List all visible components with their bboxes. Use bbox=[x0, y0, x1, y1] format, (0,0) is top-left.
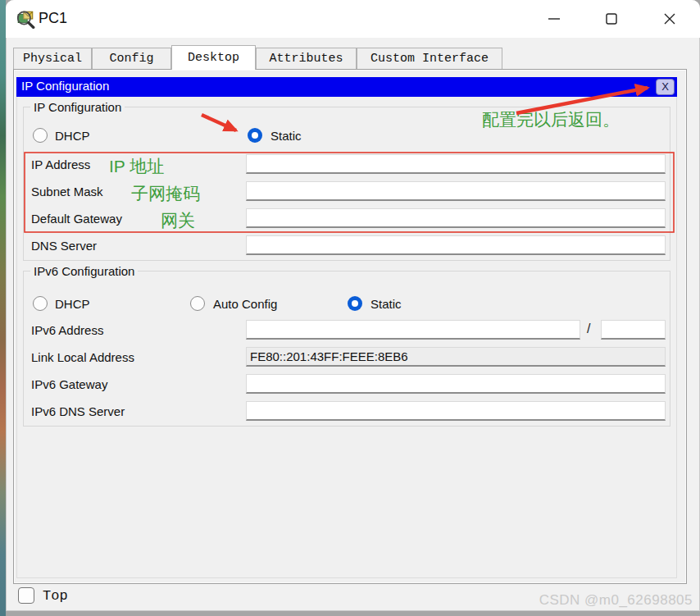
ipv4-dhcp-label: DHCP bbox=[55, 129, 90, 143]
desktop-wallpaper-strip bbox=[0, 0, 6, 616]
subnet-mask-input[interactable] bbox=[246, 181, 666, 201]
annotation-gateway-cn: 网关 bbox=[161, 209, 195, 232]
subnet-mask-label: Subnet Mask bbox=[31, 185, 103, 198]
tab-label: Physical bbox=[23, 52, 82, 66]
ipv6-static-label: Static bbox=[370, 297, 402, 311]
ipv6-dhcp-label: DHCP bbox=[55, 297, 90, 311]
ip-address-input[interactable] bbox=[246, 154, 666, 174]
ipv6-prefix-input[interactable] bbox=[601, 320, 666, 340]
ip-address-label: IP Address bbox=[31, 157, 90, 171]
minimize-button[interactable] bbox=[542, 7, 566, 30]
ipv6-dns-server-label: IPv6 DNS Server bbox=[31, 404, 125, 418]
link-local-address-input[interactable] bbox=[246, 347, 666, 367]
tab-label: Attributes bbox=[269, 52, 343, 66]
default-gateway-input[interactable] bbox=[246, 208, 666, 228]
dialog-title: IP Configuration bbox=[21, 79, 109, 93]
watermark-text: CSDN @m0_62698805 bbox=[539, 592, 693, 609]
link-local-address-label: Link Local Address bbox=[31, 350, 134, 364]
maximize-button[interactable] bbox=[599, 7, 624, 30]
app-icon bbox=[16, 9, 35, 29]
tab-label: Config bbox=[109, 52, 153, 66]
dns-server-input[interactable] bbox=[246, 235, 666, 255]
tab-config[interactable]: Config bbox=[92, 48, 171, 69]
tab-desktop[interactable]: Desktop bbox=[171, 45, 256, 70]
ipv6-address-label: IPv6 Address bbox=[31, 323, 103, 337]
ipv4-static-radio[interactable] bbox=[248, 128, 262, 143]
tab-label: Custom Interface bbox=[370, 52, 489, 66]
pc1-window: PC1 Physical Config Desktop Attributes C… bbox=[6, 0, 700, 611]
tab-custom-interface[interactable]: Custom Interface bbox=[357, 48, 502, 69]
ipv6-dhcp-radio[interactable] bbox=[33, 296, 48, 311]
ipv6-prefix-separator: / bbox=[587, 322, 590, 336]
top-checkbox-label: Top bbox=[43, 588, 68, 604]
ipv6-auto-config-label: Auto Config bbox=[213, 297, 277, 311]
window-title: PC1 bbox=[39, 10, 67, 27]
screenshot-root: PC1 Physical Config Desktop Attributes C… bbox=[0, 0, 700, 616]
ipv6-address-input[interactable] bbox=[246, 320, 580, 340]
ipv6-gateway-label: IPv6 Gateway bbox=[31, 377, 107, 391]
close-button[interactable] bbox=[657, 7, 682, 30]
dns-server-label: DNS Server bbox=[31, 239, 97, 253]
tab-physical[interactable]: Physical bbox=[13, 48, 92, 69]
window-titlebar[interactable]: PC1 bbox=[6, 0, 700, 38]
ipv4-static-label: Static bbox=[270, 129, 302, 143]
dialog-close-button[interactable]: X bbox=[656, 79, 675, 95]
ipv6-auto-config-radio[interactable] bbox=[190, 296, 205, 311]
top-checkbox[interactable] bbox=[18, 587, 34, 604]
ipv4-group-label: IP Configuration bbox=[30, 100, 125, 114]
tab-attributes[interactable]: Attributes bbox=[256, 48, 357, 69]
default-gateway-label: Default Gateway bbox=[31, 212, 122, 226]
ipv6-group-label: IPv6 Configuration bbox=[30, 264, 138, 278]
ipv6-dns-server-input[interactable] bbox=[246, 401, 666, 421]
annotation-subnet-mask-cn: 子网掩码 bbox=[131, 182, 200, 205]
dialog-titlebar: IP Configuration X bbox=[16, 77, 677, 97]
tab-label: Desktop bbox=[188, 51, 239, 65]
annotation-return-note-cn: 配置完以后返回。 bbox=[482, 108, 620, 131]
ipv6-static-radio[interactable] bbox=[348, 296, 362, 311]
annotation-ip-address-cn: IP 地址 bbox=[109, 155, 164, 178]
ipv6-gateway-input[interactable] bbox=[246, 374, 666, 394]
ipv4-dhcp-radio[interactable] bbox=[33, 128, 48, 143]
